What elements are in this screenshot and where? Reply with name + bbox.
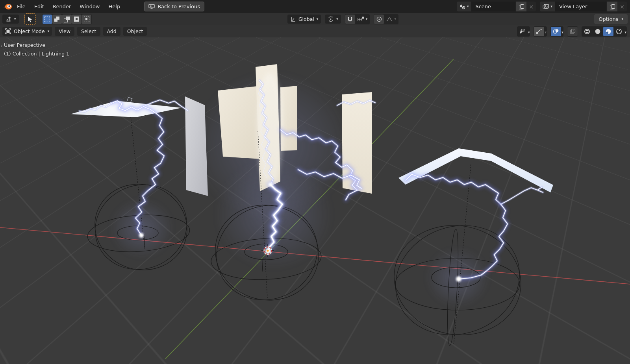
select-mode-set-button[interactable]	[43, 15, 52, 24]
snapping-group: ▾	[345, 14, 370, 24]
show-overlays-toggle[interactable]	[551, 27, 561, 36]
proportional-edit-group: ▾	[374, 14, 398, 24]
tool-settings-bar: ▾ Global ▾ ▾	[0, 13, 630, 25]
cursor-arrow-icon	[27, 16, 33, 22]
viewport-header: Object Mode ▾ View Select Add Object ▾ ▾	[0, 25, 630, 37]
wireframe-sphere-icon	[584, 28, 590, 35]
scene-icon	[460, 4, 465, 9]
editor-3d-viewport-icon	[5, 16, 12, 22]
material-preview-sphere-icon	[605, 28, 611, 35]
visibility-pointer-eye-icon	[519, 28, 526, 34]
rendered-sphere-icon	[616, 28, 622, 35]
menu-select[interactable]: Select	[77, 27, 100, 36]
blender-logo-icon[interactable]	[3, 3, 13, 11]
scene-svg[interactable]	[0, 0, 630, 364]
show-gizmos-toggle[interactable]	[534, 27, 544, 36]
view-perspective-label: User Perspective	[4, 42, 45, 48]
magnet-icon	[347, 17, 353, 22]
overlays-group: ▾	[550, 26, 564, 37]
select-set-icon	[44, 17, 50, 22]
transform-orientation-dropdown[interactable]: Global ▾	[287, 15, 321, 24]
view-layer-name-field[interactable]: View Layer	[555, 2, 606, 11]
select-mode-subtract-button[interactable]	[62, 15, 72, 24]
copy-icon	[519, 4, 524, 9]
screen-back-icon	[148, 4, 155, 9]
object-visibility-group: ▾	[517, 26, 530, 37]
object-origin-dot	[267, 249, 269, 251]
plane-gray-vertical[interactable]	[185, 96, 208, 196]
xray-group	[567, 26, 578, 37]
visibility-dropdown[interactable]: ▾	[528, 28, 530, 35]
snap-to-dropdown[interactable]: ▾	[356, 15, 370, 24]
menu-add[interactable]: Add	[103, 27, 120, 36]
topbar: File Edit Render Window Help Back to Pre…	[0, 0, 630, 13]
pivot-point-icon	[328, 16, 334, 22]
back-to-previous-button[interactable]: Back to Previous	[144, 2, 204, 11]
shading-solid-button[interactable]	[593, 27, 603, 36]
plane-cream-large[interactable]	[218, 86, 261, 159]
options-dropdown[interactable]: Options ▾	[594, 14, 628, 24]
active-object-context-label: (1) Collection | Lightning 1	[4, 51, 69, 57]
shading-wireframe-button[interactable]	[582, 27, 592, 36]
shading-material-preview-button[interactable]	[603, 27, 613, 36]
gizmos-group: ▾	[534, 26, 547, 37]
shading-dropdown[interactable]: ▾	[624, 28, 626, 35]
menu-view[interactable]: View	[55, 27, 74, 36]
scene-browse-button[interactable]: ▾	[457, 2, 472, 11]
select-mode-intersect-button[interactable]	[82, 15, 91, 24]
select-intersect-icon	[84, 17, 89, 22]
proportional-circle-icon	[376, 17, 382, 22]
overlays-icon	[553, 29, 559, 34]
scene-unlink-button[interactable]: ×	[526, 2, 536, 11]
toggle-xray-button[interactable]	[567, 27, 578, 36]
menu-object[interactable]: Object	[123, 27, 147, 36]
menu-file[interactable]: File	[13, 0, 30, 13]
select-mode-invert-button[interactable]	[72, 15, 82, 24]
gizmo-arc-arrow-icon	[536, 28, 542, 34]
select-mode-group	[42, 14, 92, 24]
proportional-edit-toggle[interactable]	[374, 15, 384, 24]
view-layer-copy-button[interactable]	[607, 2, 617, 11]
shading-mode-group: ▾	[582, 26, 627, 37]
snap-toggle-button[interactable]	[345, 15, 355, 24]
menu-window[interactable]: Window	[75, 0, 104, 13]
blender-window: { "topbar": { "menus": ["File", "Edit", …	[0, 0, 630, 364]
solid-sphere-icon	[595, 28, 601, 35]
menu-help[interactable]: Help	[104, 0, 125, 13]
editor-type-dropdown[interactable]: ▾	[2, 15, 19, 24]
shading-rendered-button[interactable]	[614, 27, 624, 36]
toolbar-expand-arrow[interactable]: ›	[0, 43, 2, 49]
select-invert-icon	[74, 17, 79, 22]
gizmos-dropdown[interactable]: ▾	[545, 28, 547, 35]
scene-selector: ▾ Scene ×	[457, 2, 536, 11]
object-type-visibility-button[interactable]	[517, 27, 528, 36]
select-mode-extend-button[interactable]	[52, 15, 62, 24]
scene-name-field[interactable]: Scene	[471, 2, 515, 11]
active-tool-select-box[interactable]	[24, 13, 36, 25]
overlays-dropdown[interactable]: ▾	[561, 28, 563, 35]
view-layer-icon	[543, 4, 549, 9]
snap-increment-icon	[358, 17, 364, 22]
plane-cream-back[interactable]	[280, 86, 297, 151]
orientation-axes-icon	[290, 17, 296, 22]
scene-copy-button[interactable]	[516, 2, 526, 11]
falloff-curve-icon	[386, 17, 393, 22]
glow-haze-left	[110, 199, 173, 258]
proportional-falloff-dropdown[interactable]: ▾	[384, 15, 398, 24]
pivot-point-dropdown[interactable]: ▾	[325, 15, 341, 24]
xray-icon	[570, 29, 576, 34]
menu-edit[interactable]: Edit	[30, 0, 48, 13]
view-layer-remove-button[interactable]: ×	[617, 2, 627, 11]
view-layer-selector: ▾ View Layer ×	[540, 2, 627, 11]
viewport-canvas[interactable]	[0, 0, 630, 364]
copy-icon	[610, 4, 615, 9]
object-mode-icon	[5, 28, 11, 34]
mode-dropdown[interactable]: Object Mode ▾	[2, 27, 52, 36]
menu-render[interactable]: Render	[48, 0, 75, 13]
view-layer-browse-button[interactable]: ▾	[540, 2, 555, 11]
